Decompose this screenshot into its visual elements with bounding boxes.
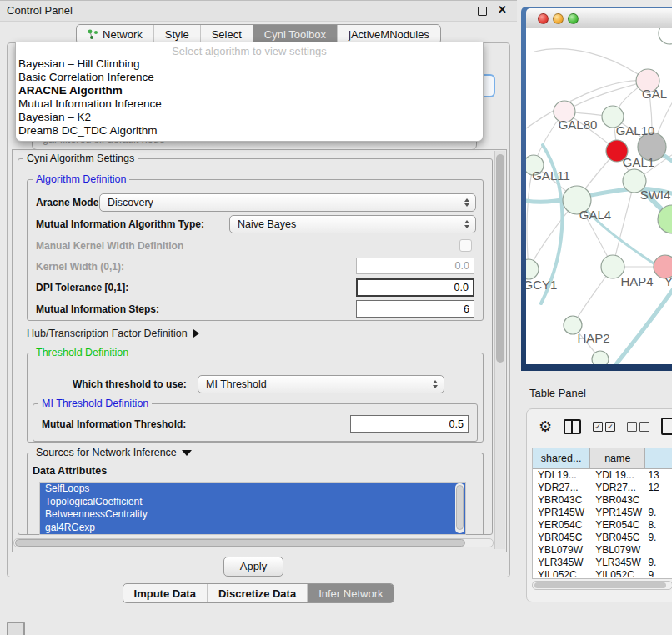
table-row[interactable]: YDL19... YDL19... 13	[533, 469, 672, 482]
table-row[interactable]: YBL079W YBL079W	[533, 544, 672, 557]
aracne-mode-combo[interactable]: Discovery	[99, 193, 476, 212]
kernel-width-field[interactable]	[356, 258, 474, 274]
tab-infer-network[interactable]: Infer Network	[307, 584, 394, 602]
dropdown-item-aracne[interactable]: ARACNE Algorithm	[16, 84, 483, 98]
attributes-scrollbar-thumb[interactable]	[456, 485, 464, 530]
list-item-selfloops[interactable]: SelfLoops	[40, 482, 465, 496]
data-attributes-list: SelfLoops TopologicalCoefficient Between…	[39, 482, 466, 535]
settings-scrollpane: Cyni Algorithm Settings Algorithm Defini…	[12, 149, 507, 552]
cell: YDR27...	[533, 482, 590, 494]
tab-discretize-data[interactable]: Discretize Data	[207, 584, 307, 602]
list-item-gal4rgexp[interactable]: gal4RGexp	[40, 522, 465, 535]
aracne-mode-value: Discovery	[108, 197, 153, 208]
mi-threshold-field[interactable]	[350, 415, 469, 432]
mi-threshold-label: Mutual Information Threshold:	[42, 418, 186, 430]
bottom-tabbar: Impute Data Discretize Data Infer Networ…	[0, 583, 517, 603]
settings-horizontal-scrollbar-thumb[interactable]	[15, 539, 465, 547]
dpi-tolerance-field[interactable]	[356, 278, 474, 297]
table-row[interactable]: YER054C YER054C 8.	[533, 519, 672, 532]
sources-title-row[interactable]: Sources for Network Inference	[33, 447, 195, 458]
tab-impute-data[interactable]: Impute Data	[123, 584, 207, 602]
tab-style-label: Style	[165, 28, 189, 41]
table-row[interactable]: YBR043C YBR043C	[533, 494, 672, 507]
network-graph: GAL GAL80 GAL10 GAL1 GAL11 SWI4 GAL4 GCY…	[526, 28, 672, 364]
aracne-mode-label: Aracne Mode:	[36, 197, 102, 208]
mi-steps-field[interactable]	[356, 300, 474, 318]
gear-icon[interactable]: ⚙	[539, 418, 552, 435]
cell: 9.	[645, 557, 672, 569]
cell: 9	[645, 569, 672, 578]
mi-type-label: Mutual Information Algorithm Type:	[36, 218, 204, 230]
chevron-updown-icon	[433, 380, 438, 388]
cell: YBL079W	[533, 544, 590, 557]
node-label: HAP4	[620, 274, 653, 288]
cell: 9.	[645, 532, 672, 544]
mi-threshold-group: MI Threshold Definition Mutual Informati…	[33, 403, 478, 442]
cell: YER054C	[590, 519, 645, 532]
tab-jactivemnodules[interactable]: jActiveMNodules	[337, 25, 440, 43]
dropdown-item-bayesian-k2[interactable]: Bayesian – K2	[16, 111, 483, 124]
settings-vertical-scrollbar	[494, 151, 505, 549]
close-icon[interactable]: ✕	[498, 3, 507, 16]
document-icon[interactable]	[661, 418, 672, 435]
table-horizontal-scrollbar-thumb[interactable]	[534, 582, 666, 588]
column-header-name[interactable]: name	[590, 448, 645, 468]
node-gcy1[interactable]	[526, 259, 539, 279]
tab-network[interactable]: Network	[77, 25, 153, 43]
list-item-topologicalcoefficient[interactable]: TopologicalCoefficient	[40, 496, 465, 509]
which-threshold-combo[interactable]: MI Threshold	[198, 375, 444, 393]
unselect-all-columns-button[interactable]	[627, 422, 649, 432]
table-row[interactable]: YLR345W YLR345W 9.	[533, 557, 672, 569]
node-unlabeled-top[interactable]	[659, 28, 672, 44]
cell: 13	[645, 469, 672, 482]
table-panel: ⚙ ✓ ✓ shared... name YDL19... YDL19... 1…	[526, 408, 672, 602]
float-icon[interactable]	[478, 7, 487, 16]
list-item-betweennesscentrality[interactable]: BetweennessCentrality	[40, 508, 465, 522]
table-row[interactable]: YIL052C YIL052C 9	[533, 569, 672, 578]
node-table: shared... name YDL19... YDL19... 13 YDR2…	[532, 448, 672, 579]
minimized-panel-button[interactable]	[7, 622, 25, 635]
hub-definition-disclosure[interactable]: Hub/Transcription Factor Definition	[27, 328, 199, 339]
tab-network-label: Network	[103, 28, 143, 41]
node-bottom-partial[interactable]	[592, 351, 609, 364]
tab-select[interactable]: Select	[200, 25, 253, 43]
bottom-tabgroup: Impute Data Discretize Data Infer Networ…	[123, 583, 395, 603]
column-header-partial[interactable]	[645, 448, 672, 468]
close-traffic-icon[interactable]	[538, 13, 549, 24]
table-toolbar: ⚙ ✓ ✓	[539, 418, 672, 435]
dropdown-item-dream8[interactable]: Dream8 DC_TDC Algorithm	[16, 124, 483, 138]
apply-button[interactable]: Apply	[223, 557, 283, 577]
network-icon	[88, 29, 98, 40]
table-row[interactable]: YBR045C YBR045C 9.	[533, 532, 672, 544]
manual-kernel-checkbox[interactable]	[459, 239, 472, 252]
triangle-down-icon	[182, 450, 192, 456]
threshold-definition-title: Threshold Definition	[33, 347, 132, 358]
zoom-traffic-icon[interactable]	[568, 13, 579, 24]
dropdown-item-mutual-information[interactable]: Mutual Information Inference	[16, 98, 483, 111]
cell: YPR145W	[590, 507, 645, 519]
dpi-tolerance-label: DPI Tolerance [0,1]:	[36, 282, 128, 293]
table-row[interactable]: YDR27... YDR27... 12	[533, 482, 672, 494]
cell: YDR27...	[590, 482, 645, 494]
settings-vertical-scrollbar-thumb[interactable]	[496, 154, 504, 362]
network-window-titlebar	[526, 8, 672, 29]
table-panel-title: Table Panel	[529, 387, 586, 399]
table-row[interactable]: YPR145W YPR145W 9.	[533, 507, 672, 519]
node-label: GCY1	[526, 278, 557, 292]
tab-style[interactable]: Style	[153, 25, 200, 43]
mi-steps-label: Mutual Information Steps:	[36, 303, 159, 315]
split-columns-icon[interactable]	[564, 419, 581, 434]
network-canvas[interactable]: GAL GAL80 GAL10 GAL1 GAL11 SWI4 GAL4 GCY…	[526, 28, 672, 364]
column-header-shared[interactable]: shared...	[533, 448, 590, 468]
cell: YBR045C	[590, 532, 645, 544]
cyni-algorithm-settings-group: Cyni Algorithm Settings Algorithm Defini…	[18, 158, 493, 535]
minimize-traffic-icon[interactable]	[553, 13, 564, 24]
cell: YBR043C	[590, 494, 645, 507]
dropdown-item-basic-correlation[interactable]: Basic Correlation Inference	[16, 71, 483, 84]
tab-jactivemnodules-label: jActiveMNodules	[349, 28, 429, 41]
mi-type-combo[interactable]: Naive Bayes	[229, 215, 476, 233]
select-all-columns-button[interactable]: ✓ ✓	[593, 422, 615, 432]
tab-cyni-toolbox[interactable]: Cyni Toolbox	[253, 25, 337, 43]
dropdown-item-bayesian-hill-climbing[interactable]: Bayesian – Hill Climbing	[16, 58, 483, 71]
node-label: GAL	[642, 87, 667, 101]
